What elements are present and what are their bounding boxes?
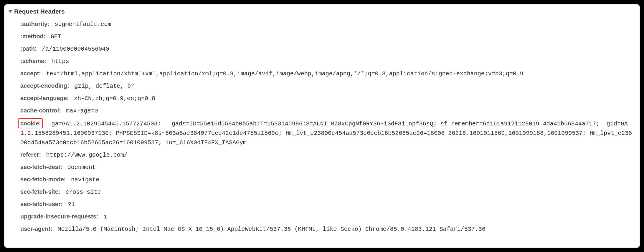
header-value: segmentfault.com — [51, 21, 111, 28]
header-row-user-agent: user-agent: Mozilla/5.0 (Macintosh; Inte… — [15, 223, 640, 235]
header-name: sec-fetch-site: — [20, 188, 60, 195]
header-value: navigate — [67, 176, 99, 183]
header-value: text/html,application/xhtml+xml,applicat… — [43, 70, 524, 77]
header-row-sec-fetch-dest: sec-fetch-dest: document — [15, 161, 640, 173]
header-value: cross-site — [62, 189, 101, 195]
header-row-cache-control: cache-control: max-age=0 — [15, 105, 640, 117]
header-value: max-age=0 — [62, 107, 98, 114]
header-row-path: :path: /a/1190000004556040 — [15, 43, 640, 55]
header-value: 1 — [100, 213, 107, 220]
header-row-referer: referer: https://www.google.com/ — [15, 149, 640, 161]
headers-list: :authority: segmentfault.com :method: GE… — [4, 18, 640, 235]
header-name: :path: — [20, 45, 37, 52]
header-row-cookie: cookie: _ga=GA1.2.1029545445.1577274503;… — [15, 117, 640, 149]
header-name: sec-fetch-dest: — [20, 164, 62, 170]
header-row-accept: accept: text/html,application/xhtml+xml,… — [15, 67, 640, 80]
header-value: /a/1190000004556040 — [38, 46, 109, 52]
header-value: document — [64, 164, 96, 171]
header-row-method: :method: GET — [15, 30, 640, 43]
header-name: cache-control: — [20, 107, 61, 114]
cookie-highlight-box: cookie: — [18, 118, 43, 128]
request-headers-toggle[interactable]: Request Headers — [4, 7, 640, 18]
header-name: accept-language: — [20, 95, 69, 101]
request-headers-panel: Request Headers :authority: segmentfault… — [4, 4, 640, 248]
header-name: sec-fetch-user: — [20, 201, 62, 207]
header-row-upgrade-insecure-requests: upgrade-insecure-requests: 1 — [15, 210, 640, 223]
header-row-accept-language: accept-language: zh-CN,zh;q=0.9,en;q=0.8 — [15, 92, 640, 105]
collapse-triangle-icon — [9, 10, 12, 13]
header-row-sec-fetch-user: sec-fetch-user: ?1 — [15, 198, 640, 210]
header-value: gzip, deflate, br — [71, 83, 134, 89]
header-name: accept: — [20, 70, 41, 77]
header-value: _ga=GA1.2.1029545445.1577274503; __gads=… — [20, 120, 632, 146]
header-row-authority: :authority: segmentfault.com — [15, 18, 640, 30]
header-value: https://www.google.com/ — [43, 152, 128, 158]
header-name: referer: — [20, 151, 41, 158]
header-name: :authority: — [20, 21, 49, 27]
header-name: accept-encoding: — [20, 82, 69, 89]
header-row-sec-fetch-mode: sec-fetch-mode: navigate — [15, 173, 640, 186]
header-row-scheme: :scheme: https — [15, 55, 640, 67]
header-name: :method: — [20, 33, 46, 39]
header-value: https — [48, 58, 69, 65]
header-value: zh-CN,zh;q=0.9,en;q=0.8 — [70, 95, 155, 102]
header-name: :scheme: — [20, 58, 46, 64]
header-name: upgrade-insecure-requests: — [20, 213, 98, 220]
header-name: cookie: — [20, 120, 41, 127]
header-name: user-agent: — [20, 226, 52, 232]
header-value: GET — [47, 33, 61, 40]
header-name: sec-fetch-mode: — [20, 176, 66, 183]
header-row-sec-fetch-site: sec-fetch-site: cross-site — [15, 186, 640, 198]
section-title: Request Headers — [14, 8, 65, 15]
header-row-accept-encoding: accept-encoding: gzip, deflate, br — [15, 80, 640, 92]
header-value: Mozilla/5.0 (Macintosh; Intel Mac OS X 1… — [54, 226, 485, 233]
header-value: ?1 — [64, 201, 75, 208]
